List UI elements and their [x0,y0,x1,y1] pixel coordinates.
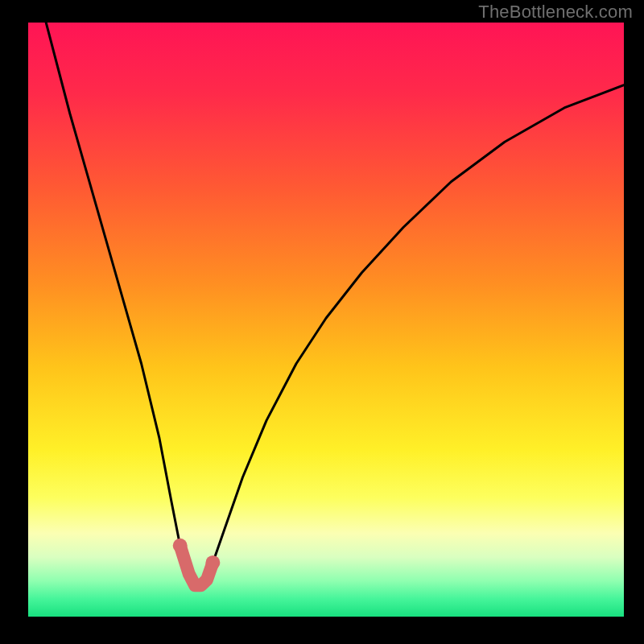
watermark-text: TheBottleneck.com [478,2,633,23]
chart-frame: TheBottleneck.com [0,0,644,644]
bottleneck-curve-chart [28,23,624,617]
optimal-range-start-dot [173,539,188,553]
optimal-range-end-dot [205,555,220,570]
plot-area [28,23,624,617]
